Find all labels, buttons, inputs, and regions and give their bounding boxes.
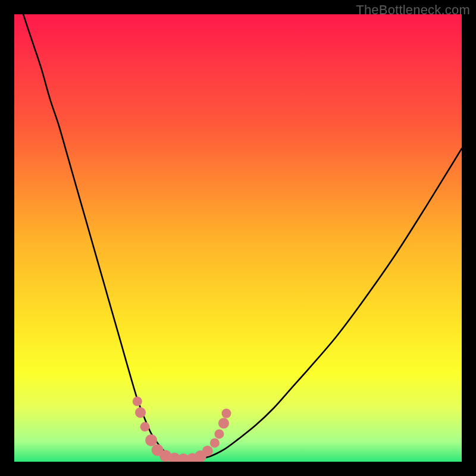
highlight-dot	[140, 422, 150, 431]
chart-plot-area	[14, 14, 462, 462]
highlight-dot	[135, 407, 146, 418]
highlight-dot	[221, 409, 231, 418]
highlight-dot	[202, 446, 213, 456]
highlight-dot	[218, 418, 229, 428]
highlight-dot	[214, 429, 224, 439]
chart-frame: TheBottleneck.com	[0, 0, 476, 476]
highlight-dot	[145, 434, 157, 446]
chart-svg	[14, 14, 462, 462]
highlight-dot	[210, 438, 220, 447]
highlight-dot	[133, 396, 142, 406]
watermark-text: TheBottleneck.com	[356, 2, 470, 18]
chart-background	[14, 14, 462, 462]
